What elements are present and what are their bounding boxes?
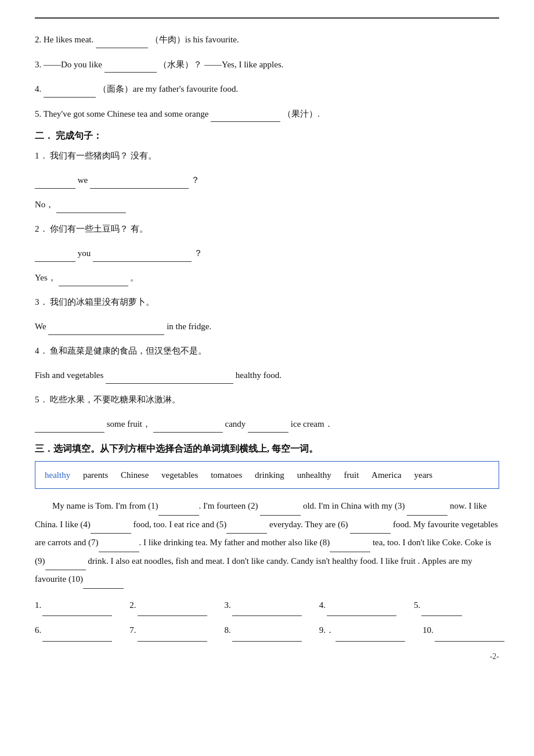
s2-q1-chinese: 我们有一些猪肉吗？ 没有。 xyxy=(50,151,157,160)
s2-q2-yes: Yes， xyxy=(35,273,56,282)
answer-lines: 1. 2. 3. 4. 5. 6. xyxy=(35,595,499,642)
p-blank1 xyxy=(158,505,199,516)
s2-q3-chinese: 我们的冰箱里没有胡萝卜。 xyxy=(50,297,154,307)
q4-num: 4. xyxy=(35,84,44,93)
ans10-num: 10. xyxy=(423,620,434,642)
s2-q5-chinese: 吃些水果，不要吃糖果和冰激淋。 xyxy=(50,395,181,404)
ans6-num: 6. xyxy=(35,620,41,642)
section3: 三．选词填空。从下列方框中选择合适的单词填到横线上, 每空一词。 healthy… xyxy=(35,443,499,642)
q5-text-after: （果汁）. xyxy=(283,109,320,118)
page-num-text: -2- xyxy=(490,652,499,661)
q3-blank xyxy=(104,62,157,73)
s2-q4-fish: Fish and vegetables xyxy=(35,370,106,380)
ans6-blank xyxy=(42,631,112,642)
s2-q5-blank3 xyxy=(248,422,288,433)
s2-q1-num: 1． xyxy=(35,151,48,160)
ans3: 3. xyxy=(225,595,302,617)
ans9-num: 9.． xyxy=(319,620,334,642)
s2-q1-blank3 xyxy=(56,203,126,213)
s2-q5-candy: candy xyxy=(225,419,248,429)
s2-q4-cn: 4． 鱼和蔬菜是健康的食品，但汉堡包不是。 xyxy=(35,342,499,359)
ans9-blank xyxy=(335,631,405,642)
s2-q4-chinese: 鱼和蔬菜是健康的食品，但汉堡包不是。 xyxy=(50,346,207,355)
s2-q1-blank1 xyxy=(35,178,75,189)
s2-q2-line2: Yes， 。 xyxy=(35,269,499,286)
q5-text-before: They've got some Chinese tea and some or… xyxy=(44,109,211,118)
ans3-num: 3. xyxy=(225,595,231,617)
s2-q3-blank xyxy=(48,325,164,335)
s2-q2-num: 2． xyxy=(35,224,48,233)
answer-row-2: 6. 7. 8. 9.． 10. xyxy=(35,620,499,642)
ans2-blank xyxy=(138,606,207,616)
q5-num: 5. xyxy=(35,109,41,118)
ans8-num: 8. xyxy=(225,620,231,642)
ans2: 2. xyxy=(129,595,207,617)
ans3-blank xyxy=(232,606,302,616)
s2-q5-blank1 xyxy=(35,422,104,433)
s2-q2-chinese: 你们有一些土豆吗？ 有。 xyxy=(50,224,148,233)
s2-q1-line2: No， xyxy=(35,196,499,213)
s2-q1-no: No， xyxy=(35,200,54,209)
s2-q2-you: you xyxy=(78,249,91,258)
s2-q4-num: 4． xyxy=(35,346,48,355)
word-parents: parents xyxy=(83,466,108,484)
q4-blank xyxy=(44,87,96,98)
p-blank6 xyxy=(350,523,391,534)
s2-q4-blank xyxy=(106,373,233,384)
s2-q2-line1: you ？ xyxy=(35,244,499,262)
ans4-blank xyxy=(327,606,396,616)
question-5: 5. They've got some Chinese tea and some… xyxy=(35,106,499,123)
s2-q2-blank1 xyxy=(35,251,75,262)
ans8-blank xyxy=(232,631,302,642)
question-3: 3. ——Do you like （水果）？ ——Yes, I like app… xyxy=(35,56,499,73)
word-years: years xyxy=(414,466,433,484)
p-blank7 xyxy=(99,542,139,552)
ans8: 8. xyxy=(225,620,302,642)
ans10: 10. xyxy=(423,620,504,642)
top-border xyxy=(35,17,499,19)
s2-q5-icecream: ice cream． xyxy=(291,419,333,429)
q2-num: 2. xyxy=(35,35,41,44)
p-blank4 xyxy=(91,523,131,534)
ans1-num: 1. xyxy=(35,595,41,617)
s2-q3-cn: 3． 我们的冰箱里没有胡萝卜。 xyxy=(35,293,499,311)
s2-q2-blank3 xyxy=(59,276,128,286)
q3-text-after: （水果）？ ——Yes, I like apples. xyxy=(158,60,283,69)
q4-text-after: （面条）are my father's favourite food. xyxy=(98,84,238,93)
ans7: 7. xyxy=(129,620,207,642)
ans5-num: 5. xyxy=(414,595,420,617)
ans5-blank xyxy=(421,606,462,616)
s2-q1-blank2 xyxy=(90,178,189,189)
section2: 二． 完成句子： 1． 我们有一些猪肉吗？ 没有。 we ？ No， 2． 你们… xyxy=(35,130,499,433)
s2-q3-fridge: in the fridge. xyxy=(167,322,211,331)
q2-text-after: （牛肉）is his favourite. xyxy=(150,35,239,44)
s2-q4-healthy: healthy food. xyxy=(236,370,282,380)
section2-header: 二． 完成句子： xyxy=(35,130,499,142)
word-america: America xyxy=(371,466,402,484)
section1: 2. He likes meat. （牛肉）is his favourite. … xyxy=(35,31,499,122)
s2-q3-num: 3． xyxy=(35,297,48,307)
q3-num: 3. xyxy=(35,60,41,69)
s2-q4-line1: Fish and vegetables healthy food. xyxy=(35,366,499,384)
question-4: 4. （面条）are my father's favourite food. xyxy=(35,81,499,98)
section3-header: 三．选词填空。从下列方框中选择合适的单词填到横线上, 每空一词。 xyxy=(35,443,499,455)
s2-q3-line1: We in the fridge. xyxy=(35,318,499,335)
ans10-blank xyxy=(435,631,504,642)
ans5: 5. xyxy=(414,595,462,617)
ans4: 4. xyxy=(319,595,396,617)
q3-text-before: ——Do you like xyxy=(44,60,104,69)
p-blank3 xyxy=(407,505,448,516)
ans7-num: 7. xyxy=(129,620,136,642)
p-blank5 xyxy=(226,523,267,534)
s2-q2-cn: 2． 你们有一些土豆吗？ 有。 xyxy=(35,220,499,237)
ans4-num: 4. xyxy=(319,595,326,617)
ans7-blank xyxy=(138,631,207,642)
word-drinking: drinking xyxy=(255,466,284,484)
ans1-blank xyxy=(42,606,112,616)
s2-q1-q: ？ xyxy=(191,175,200,185)
s2-q2-q: ？ xyxy=(194,249,203,258)
q2-blank xyxy=(96,38,148,48)
s2-q2-period: 。 xyxy=(130,273,139,282)
page-number: -2- xyxy=(35,652,499,661)
word-healthy: healthy xyxy=(45,466,70,484)
